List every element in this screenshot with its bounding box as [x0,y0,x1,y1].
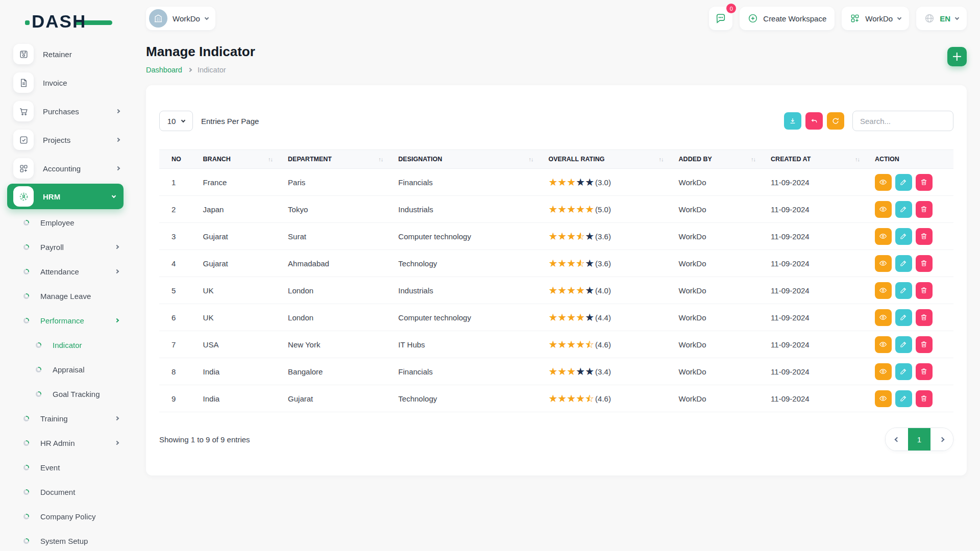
sidebar-item-purchases[interactable]: Purchases [0,97,131,126]
star-filled-icon: ★ [557,258,567,268]
cell-action [875,277,953,304]
delete-button[interactable] [916,282,933,299]
star-filled-icon: ★ [548,231,557,241]
sidebar-item-invoice[interactable]: Invoice [0,68,131,97]
edit-button[interactable] [895,174,912,191]
sidebar-item-label: Training [40,414,68,423]
prev-page-button[interactable] [886,428,908,450]
column-header-branch[interactable]: BRANCH↑↓ [203,150,288,169]
entries-per-page-select[interactable]: 10 [159,111,193,131]
delete-button[interactable] [916,228,933,245]
star-filled-icon: ★ [576,339,585,349]
language-button[interactable]: EN [916,7,967,30]
trash-icon [920,286,928,294]
cell-department: Surat [288,223,398,250]
topbar-right-group: 0 Create Workspace WorkDo EN [709,7,967,30]
add-indicator-button[interactable] [947,47,967,66]
messages-button[interactable]: 0 [709,7,732,30]
view-button[interactable] [875,336,892,353]
reset-button[interactable] [805,112,823,130]
view-button[interactable] [875,282,892,299]
app-logo[interactable]: DASH [32,11,113,34]
view-button[interactable] [875,363,892,380]
column-header-designation[interactable]: DESIGNATION↑↓ [398,150,548,169]
edit-button[interactable] [895,309,912,326]
sidebar-item-document[interactable]: Document [0,480,131,504]
delete-button[interactable] [916,309,933,326]
sidebar-item-projects[interactable]: Projects [0,126,131,154]
sidebar-item-goal-tracking[interactable]: Goal Tracking [0,382,131,406]
refresh-button[interactable] [827,112,844,130]
delete-button[interactable] [916,390,933,407]
next-page-button[interactable] [930,428,953,450]
cell-action [875,169,953,196]
trash-icon [920,205,928,213]
tasks-icon [13,130,34,150]
sidebar-item-hr-admin[interactable]: HR Admin [0,431,131,455]
delete-button[interactable] [916,363,933,380]
breadcrumb-dashboard-link[interactable]: Dashboard [146,66,182,74]
bullet-icon [23,440,29,446]
sidebar-item-manage-leave[interactable]: Manage Leave [0,284,131,308]
edit-button[interactable] [895,390,912,407]
edit-button[interactable] [895,336,912,353]
edit-button[interactable] [895,255,912,272]
chevron-right-icon [116,166,120,170]
chevron-right-icon [115,269,119,273]
delete-button[interactable] [916,174,933,191]
column-header-overall-rating[interactable]: OVERALL RATING↑↓ [548,150,678,169]
export-button[interactable] [784,112,801,130]
sidebar-item-hrm[interactable]: HRM [7,184,124,209]
bullet-icon [36,342,41,348]
workspace-switcher[interactable]: WorkDo [146,7,215,30]
sidebar-item-label: Invoice [43,79,67,87]
star-half-icon: ☆★ [585,393,594,404]
view-button[interactable] [875,390,892,407]
sidebar-item-retainer[interactable]: Retainer [0,40,131,68]
create-workspace-button[interactable]: Create Workspace [740,7,835,30]
cell-action [875,385,953,412]
pencil-icon [899,394,908,403]
search-input[interactable] [852,111,953,131]
sidebar-item-training[interactable]: Training [0,406,131,431]
sidebar: DASH RetainerInvoicePurchasesProjectsAcc… [0,0,131,551]
cell-branch: India [203,385,288,412]
column-header-added-by[interactable]: ADDED BY↑↓ [679,150,771,169]
star-filled-icon: ★ [585,204,594,214]
star-filled-icon: ★ [576,285,585,295]
column-header-department[interactable]: DEPARTMENT↑↓ [288,150,398,169]
cell-designation: Computer technology [398,223,548,250]
column-label: ADDED BY [679,156,712,163]
view-button[interactable] [875,309,892,326]
sidebar-item-performance[interactable]: Performance [0,308,131,333]
sidebar-item-accounting[interactable]: Accounting [0,154,131,183]
column-header-created-at[interactable]: CREATED AT↑↓ [771,150,875,169]
view-button[interactable] [875,174,892,191]
sidebar-item-appraisal[interactable]: Appraisal [0,357,131,382]
sidebar-item-attendance[interactable]: Attendance [0,259,131,284]
page-1-button[interactable]: 1 [908,428,930,450]
view-button[interactable] [875,255,892,272]
sidebar-item-event[interactable]: Event [0,455,131,480]
rating-value: (4.6) [595,394,611,403]
edit-button[interactable] [895,228,912,245]
refresh-icon [831,117,840,125]
invoice-icon [13,72,34,93]
edit-button[interactable] [895,363,912,380]
workspace-menu-button[interactable]: WorkDo [842,7,909,30]
delete-button[interactable] [916,336,933,353]
view-button[interactable] [875,228,892,245]
edit-button[interactable] [895,282,912,299]
edit-button[interactable] [895,201,912,218]
sidebar-item-system-setup[interactable]: System Setup [0,529,131,551]
star-filled-icon: ★ [548,204,557,214]
sidebar-item-company-policy[interactable]: Company Policy [0,504,131,529]
delete-button[interactable] [916,201,933,218]
hrm-icon [13,186,34,207]
delete-button[interactable] [916,255,933,272]
sidebar-item-employee[interactable]: Employee [0,210,131,235]
pencil-icon [899,178,908,186]
sidebar-item-payroll[interactable]: Payroll [0,235,131,259]
view-button[interactable] [875,201,892,218]
sidebar-item-indicator[interactable]: Indicator [0,333,131,357]
